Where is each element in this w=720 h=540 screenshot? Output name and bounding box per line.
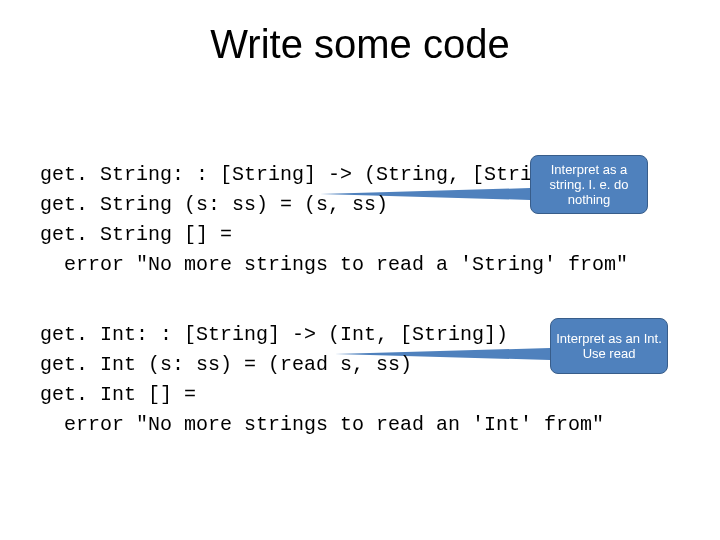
slide-title: Write some code	[0, 22, 720, 67]
code-line: get. String [] =	[40, 223, 232, 246]
code-line: get. String (s: ss) = (s, ss)	[40, 193, 388, 216]
slide: Write some code get. String: : [String] …	[0, 0, 720, 540]
callout-interpret-int: Interpret as an Int. Use read	[550, 318, 668, 374]
code-line: get. String: : [String] -> (String, [Str…	[40, 163, 580, 186]
code-line: get. Int [] =	[40, 383, 196, 406]
code-line: error "No more strings to read an 'Int' …	[40, 413, 604, 436]
code-line: get. Int (s: ss) = (read s, ss)	[40, 353, 412, 376]
code-block-getint: get. Int: : [String] -> (Int, [String]) …	[40, 320, 604, 440]
code-line: error "No more strings to read a 'String…	[40, 253, 628, 276]
code-line: get. Int: : [String] -> (Int, [String])	[40, 323, 508, 346]
callout-interpret-string: Interpret as a string. I. e. do nothing	[530, 155, 648, 214]
